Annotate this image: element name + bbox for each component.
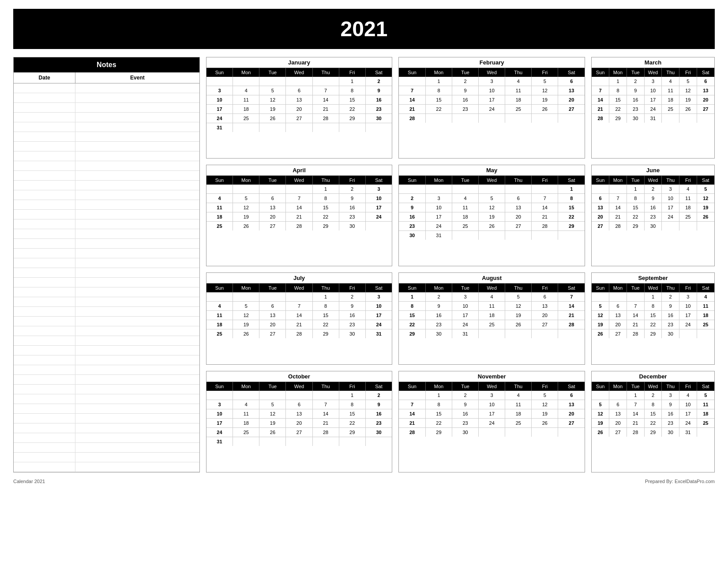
cal-day[interactable]: 23 — [399, 222, 425, 231]
notes-date-cell[interactable] — [14, 394, 75, 404]
cal-day[interactable]: 11 — [452, 203, 479, 212]
cal-day[interactable]: 16 — [339, 203, 365, 212]
cal-day[interactable]: 1 — [339, 77, 365, 86]
cal-day[interactable] — [609, 292, 627, 302]
cal-day[interactable]: 10 — [479, 400, 505, 409]
cal-day[interactable]: 17 — [679, 409, 697, 419]
cal-day[interactable]: 27 — [697, 105, 714, 114]
cal-day[interactable]: 18 — [233, 419, 259, 428]
cal-day[interactable]: 27 — [259, 329, 286, 339]
cal-day[interactable]: 7 — [286, 194, 312, 203]
cal-day[interactable]: 17 — [452, 311, 479, 320]
cal-day[interactable]: 14 — [627, 409, 644, 419]
cal-day[interactable]: 18 — [505, 409, 532, 419]
cal-day[interactable]: 25 — [233, 428, 259, 437]
cal-day[interactable]: 24 — [425, 222, 452, 231]
notes-date-cell[interactable] — [14, 93, 75, 102]
cal-day[interactable]: 13 — [592, 203, 609, 212]
cal-day[interactable]: 20 — [558, 409, 585, 419]
cal-day[interactable]: 7 — [312, 86, 339, 95]
cal-day[interactable]: 7 — [312, 400, 339, 409]
notes-date-cell[interactable] — [14, 161, 75, 170]
cal-day[interactable]: 31 — [452, 329, 479, 339]
cal-day[interactable]: 4 — [452, 194, 479, 203]
cal-day[interactable]: 21 — [609, 212, 627, 222]
cal-day[interactable]: 25 — [206, 222, 233, 231]
notes-event-cell[interactable] — [75, 297, 199, 306]
cal-day[interactable]: 31 — [425, 231, 452, 240]
cal-day[interactable]: 28 — [399, 428, 425, 437]
cal-day[interactable]: 17 — [479, 95, 505, 105]
cal-day[interactable] — [312, 77, 339, 86]
notes-event-cell[interactable] — [75, 462, 199, 472]
cal-day[interactable]: 6 — [259, 194, 286, 203]
cal-day[interactable]: 12 — [592, 311, 609, 320]
cal-day[interactable]: 22 — [558, 212, 585, 222]
notes-date-cell[interactable] — [14, 190, 75, 200]
cal-day[interactable]: 16 — [339, 311, 365, 320]
cal-day[interactable]: 2 — [452, 391, 479, 400]
notes-date-cell[interactable] — [14, 142, 75, 151]
cal-day[interactable] — [609, 391, 627, 400]
cal-day[interactable] — [312, 123, 339, 132]
notes-date-cell[interactable] — [14, 355, 75, 365]
cal-day[interactable]: 15 — [627, 203, 644, 212]
cal-day[interactable]: 20 — [259, 320, 286, 329]
cal-day[interactable]: 11 — [479, 302, 505, 311]
cal-day[interactable]: 1 — [339, 391, 365, 400]
cal-day[interactable]: 23 — [339, 320, 365, 329]
cal-day[interactable]: 28 — [286, 222, 312, 231]
cal-day[interactable]: 17 — [206, 419, 233, 428]
cal-day[interactable]: 20 — [259, 212, 286, 222]
cal-day[interactable] — [697, 114, 714, 123]
cal-day[interactable]: 17 — [679, 311, 697, 320]
cal-day[interactable]: 14 — [312, 409, 339, 419]
cal-day[interactable]: 15 — [312, 311, 339, 320]
cal-day[interactable]: 28 — [609, 222, 627, 231]
cal-day[interactable]: 30 — [365, 428, 392, 437]
cal-day[interactable]: 13 — [259, 203, 286, 212]
notes-event-cell[interactable] — [75, 453, 199, 462]
cal-day[interactable] — [259, 292, 286, 302]
cal-day[interactable]: 14 — [286, 311, 312, 320]
cal-day[interactable]: 26 — [259, 114, 286, 123]
cal-day[interactable]: 4 — [206, 194, 233, 203]
notes-event-cell[interactable] — [75, 151, 199, 161]
notes-event-cell[interactable] — [75, 83, 199, 93]
cal-day[interactable]: 20 — [609, 320, 627, 329]
cal-day[interactable]: 7 — [609, 194, 627, 203]
cal-day[interactable]: 20 — [592, 212, 609, 222]
cal-day[interactable]: 30 — [365, 114, 392, 123]
cal-day[interactable]: 10 — [452, 302, 479, 311]
notes-event-cell[interactable] — [75, 317, 199, 326]
cal-day[interactable]: 15 — [644, 311, 662, 320]
cal-day[interactable] — [558, 428, 585, 437]
cal-day[interactable]: 26 — [505, 320, 532, 329]
cal-day[interactable]: 21 — [558, 311, 585, 320]
cal-day[interactable] — [479, 428, 505, 437]
cal-day[interactable]: 14 — [609, 203, 627, 212]
cal-day[interactable]: 8 — [312, 302, 339, 311]
cal-day[interactable]: 15 — [399, 311, 425, 320]
cal-day[interactable]: 9 — [662, 400, 679, 409]
cal-day[interactable]: 14 — [399, 95, 425, 105]
cal-day[interactable]: 5 — [532, 391, 558, 400]
notes-date-cell[interactable] — [14, 210, 75, 219]
notes-event-cell[interactable] — [75, 103, 199, 112]
cal-day[interactable]: 22 — [312, 320, 339, 329]
cal-day[interactable]: 15 — [644, 409, 662, 419]
cal-day[interactable]: 8 — [609, 86, 627, 95]
cal-day[interactable]: 1 — [644, 292, 662, 302]
cal-day[interactable]: 15 — [339, 95, 365, 105]
cal-day[interactable]: 3 — [452, 292, 479, 302]
cal-day[interactable] — [479, 185, 505, 194]
cal-day[interactable] — [532, 329, 558, 339]
notes-event-cell[interactable] — [75, 249, 199, 258]
cal-day[interactable]: 9 — [644, 194, 662, 203]
cal-day[interactable]: 26 — [259, 428, 286, 437]
notes-event-cell[interactable] — [75, 404, 199, 413]
cal-day[interactable] — [233, 185, 259, 194]
cal-day[interactable]: 11 — [206, 203, 233, 212]
cal-day[interactable]: 19 — [259, 105, 286, 114]
cal-day[interactable]: 15 — [425, 95, 452, 105]
